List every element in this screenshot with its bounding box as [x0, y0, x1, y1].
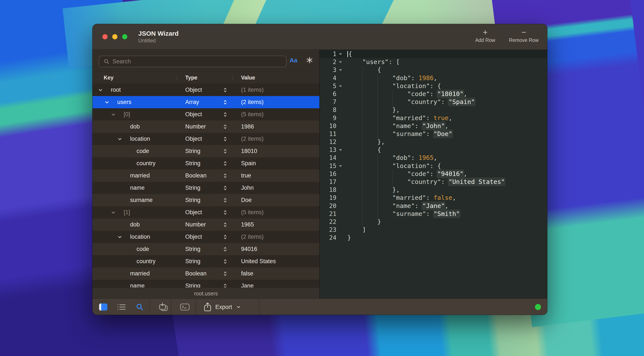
editor-line[interactable]: 13 { — [320, 146, 547, 154]
tree-row-type-cell[interactable]: Object — [177, 206, 232, 218]
column-header-key[interactable]: Key — [104, 75, 114, 81]
tree-row-value-cell[interactable]: 18010 — [232, 145, 320, 157]
terminal-button[interactable] — [179, 299, 191, 315]
editor-line[interactable]: 15 "location": { — [320, 162, 547, 170]
tree-row-value-cell[interactable]: (5 items) — [232, 108, 320, 121]
editor-gutter[interactable]: 9 — [320, 114, 344, 122]
type-stepper-icon[interactable] — [224, 173, 227, 179]
tree-row-value-cell[interactable]: true — [232, 170, 320, 182]
editor-gutter[interactable]: 18 — [320, 186, 344, 194]
editor-gutter[interactable]: 16 — [320, 170, 344, 178]
tree-row-value-cell[interactable]: (2 items) — [232, 133, 320, 145]
editor-gutter[interactable]: 5 — [320, 82, 344, 90]
column-header-type[interactable]: Type — [185, 75, 198, 81]
expand-chevron-icon[interactable] — [118, 137, 122, 141]
editor-line[interactable]: 9 "married": true, — [320, 114, 547, 122]
editor-gutter[interactable]: 19 — [320, 194, 344, 202]
tree-row-key-cell[interactable]: name — [92, 280, 177, 287]
tree-row-type-cell[interactable]: String — [177, 194, 232, 206]
editor-gutter[interactable]: 4 — [320, 74, 344, 82]
tree-row-key-cell[interactable]: [0] — [92, 108, 177, 121]
editor-gutter[interactable]: 7 — [320, 98, 344, 106]
editor-gutter[interactable]: 11 — [320, 130, 344, 138]
editor-gutter[interactable]: 22 — [320, 218, 344, 226]
tree-row-value-cell[interactable]: false — [232, 267, 320, 280]
editor-line[interactable]: 17 "country": "United States" — [320, 178, 547, 186]
editor-gutter[interactable]: 2 — [320, 58, 344, 66]
find-button[interactable] — [134, 299, 146, 315]
tree-row[interactable]: surnameStringDoe — [92, 194, 320, 206]
tree-row[interactable]: locationObject(2 items) — [92, 133, 320, 145]
type-stepper-icon[interactable] — [224, 124, 227, 130]
tree-row-type-cell[interactable]: Object — [177, 133, 232, 145]
editor-line[interactable]: 2 "users": [ — [320, 58, 547, 66]
tree-row-value-cell[interactable]: Spain — [232, 157, 320, 170]
tree-row-key-cell[interactable]: location — [92, 133, 177, 145]
tree-row-type-cell[interactable]: Object — [177, 108, 232, 121]
zoom-button[interactable] — [122, 34, 127, 39]
editor-line[interactable]: 6 "code": "18010", — [320, 90, 547, 98]
tree-row-type-cell[interactable]: String — [177, 243, 232, 255]
search-input[interactable] — [112, 58, 286, 65]
tree-row-type-cell[interactable]: Number — [177, 218, 232, 231]
editor-line[interactable]: 4 "dob": 1986, — [320, 74, 547, 82]
tree-row-key-cell[interactable]: country — [92, 255, 177, 267]
editor-gutter[interactable]: 1 — [320, 50, 344, 58]
tree-row-value-cell[interactable]: (2 items) — [232, 231, 320, 243]
type-stepper-icon[interactable] — [224, 246, 227, 252]
export-button[interactable]: Export — [202, 299, 242, 315]
editor-gutter[interactable]: 10 — [320, 122, 344, 130]
expand-chevron-icon[interactable] — [98, 88, 103, 92]
close-button[interactable] — [102, 34, 108, 39]
tree-row-type-cell[interactable]: Object — [177, 231, 232, 243]
sidebar-toggle-button[interactable] — [97, 299, 109, 315]
editor-gutter[interactable]: 13 — [320, 146, 344, 154]
tree-row-type-cell[interactable]: Boolean — [177, 170, 232, 182]
tree-row-key-cell[interactable]: location — [92, 231, 177, 243]
tree-row[interactable]: [0]Object(5 items) — [92, 108, 320, 121]
tree-row-key-cell[interactable]: dob — [92, 121, 177, 133]
type-stepper-icon[interactable] — [224, 112, 227, 117]
tree-row-type-cell[interactable]: Object — [177, 84, 232, 96]
editor-line[interactable]: 7 "country": "Spain" — [320, 98, 547, 106]
tree-row-value-cell[interactable]: Jane — [232, 280, 320, 287]
column-header-value[interactable]: Value — [241, 75, 255, 81]
fold-triangle-icon[interactable] — [339, 149, 342, 151]
tree-row-value-cell[interactable]: 1965 — [232, 218, 320, 231]
expand-chevron-icon[interactable] — [111, 112, 116, 117]
editor-line[interactable]: 22 } — [320, 218, 547, 226]
editor-gutter[interactable]: 21 — [320, 210, 344, 218]
tree-row-type-cell[interactable]: Number — [177, 121, 232, 133]
tree-row-key-cell[interactable]: code — [92, 243, 177, 255]
tree-row-type-cell[interactable]: Array — [177, 96, 232, 108]
expand-chevron-icon[interactable] — [118, 235, 122, 239]
editor-gutter[interactable]: 17 — [320, 178, 344, 186]
tree-row-value-cell[interactable]: 1986 — [232, 121, 320, 133]
type-stepper-icon[interactable] — [224, 259, 227, 264]
tree-row[interactable]: marriedBooleanfalse — [92, 267, 320, 280]
type-stepper-icon[interactable] — [224, 234, 227, 240]
tree-row-value-cell[interactable]: Doe — [232, 194, 320, 206]
tree-row[interactable]: countryStringSpain — [92, 157, 320, 170]
tree-row[interactable]: nameStringJohn — [92, 182, 320, 194]
editor-line[interactable]: 16 "code": "94016", — [320, 170, 547, 178]
editor-gutter[interactable]: 6 — [320, 90, 344, 98]
type-stepper-icon[interactable] — [224, 100, 227, 105]
add-row-button[interactable]: + Add Row — [474, 28, 496, 43]
tree-row[interactable]: marriedBooleantrue — [92, 170, 320, 182]
type-stepper-icon[interactable] — [224, 222, 227, 227]
tree-row-key-cell[interactable]: code — [92, 145, 177, 157]
tree-row-type-cell[interactable]: String — [177, 145, 232, 157]
tree-row-value-cell[interactable]: (5 items) — [232, 206, 320, 218]
tree-row-key-cell[interactable]: married — [92, 170, 177, 182]
tree-row-value-cell[interactable]: (1 items) — [232, 84, 320, 96]
fold-triangle-icon[interactable] — [339, 85, 342, 87]
type-stepper-icon[interactable] — [224, 185, 227, 191]
search-field[interactable] — [99, 56, 286, 67]
tree-row[interactable]: countryStringUnited States — [92, 255, 320, 267]
tree-row[interactable]: rootObject(1 items) — [92, 84, 320, 96]
editor-gutter[interactable]: 12 — [320, 138, 344, 146]
minimize-button[interactable] — [112, 34, 118, 39]
tree-row-value-cell[interactable]: John — [232, 182, 320, 194]
editor-line[interactable]: 23 ] — [320, 226, 547, 234]
